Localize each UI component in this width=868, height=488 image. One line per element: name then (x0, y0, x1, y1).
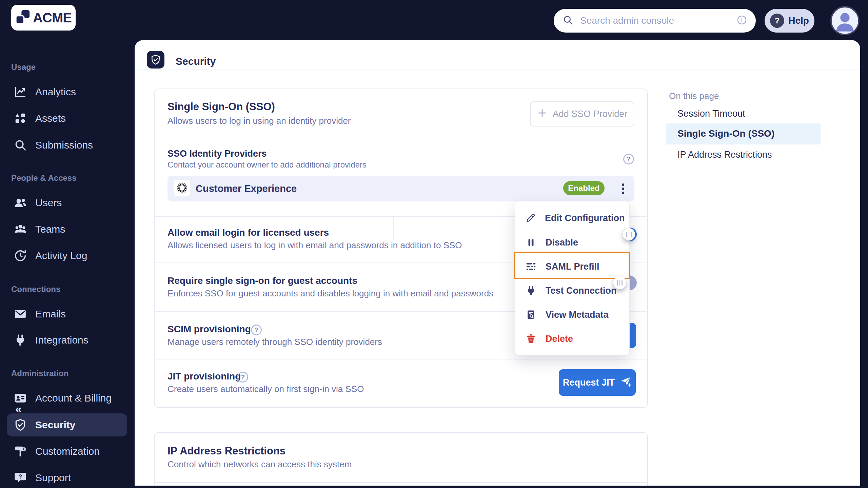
sso-card-title: Single Sign-On (SSO) (167, 101, 275, 113)
teams-icon (14, 222, 27, 236)
sidebar-item-support[interactable]: ? Support (14, 470, 71, 485)
on-this-page-heading: On this page (669, 91, 719, 101)
jit-help-icon[interactable]: ? (237, 372, 248, 383)
sidebar-item-users[interactable]: Users (14, 195, 62, 210)
sidebar-item-security[interactable]: Security (14, 417, 75, 432)
provider-status-badge: Enabled (563, 181, 605, 195)
column-divider (393, 216, 394, 240)
users-icon (14, 196, 27, 210)
menu-item-edit-configuration[interactable]: Edit Configuration (525, 211, 620, 226)
on-this-page-ip-restrictions[interactable]: IP Address Restrictions (677, 150, 772, 160)
trash-icon (525, 333, 537, 345)
activity-log-icon (14, 249, 27, 262)
submissions-search-icon (14, 138, 27, 152)
sidebar-item-emails[interactable]: Emails (14, 307, 66, 321)
saml-prefill-highlight (514, 252, 630, 279)
main-content-panel: Security Single Sign-On (SSO) Allows use… (135, 40, 860, 486)
menu-item-disable[interactable]: Disable (525, 235, 620, 250)
on-this-page-sso[interactable]: Single Sign-On (SSO) (677, 128, 774, 139)
ip-restrictions-card (154, 432, 648, 486)
sidebar-item-customization[interactable]: Customization (14, 444, 100, 459)
row-divider (154, 359, 648, 359)
search-info-icon[interactable] (737, 15, 747, 26)
providers-heading: SSO Identity Providers (167, 149, 267, 159)
sidebar-item-analytics[interactable]: Analytics (14, 84, 76, 99)
provider-logo (174, 180, 190, 196)
sidebar-item-teams[interactable]: Teams (14, 222, 65, 237)
menu-item-delete[interactable]: Delete (525, 331, 620, 346)
sidebar-item-assets[interactable]: Assets (14, 111, 66, 126)
email-icon (14, 307, 27, 321)
user-avatar[interactable] (830, 6, 860, 35)
sidebar-item-activity-log[interactable]: Activity Log (14, 248, 87, 263)
scim-help-icon[interactable]: ? (251, 325, 262, 335)
on-this-page-session-timeout[interactable]: Session Timeout (677, 109, 745, 119)
providers-subtext: Contact your account owner to add additi… (167, 160, 367, 170)
pencil-icon (525, 212, 536, 224)
sso-card-subtitle: Allows users to log in using an identity… (167, 116, 351, 126)
acme-logo[interactable]: ACME (11, 5, 76, 31)
help-button[interactable]: ? Help (765, 9, 814, 33)
header-divider (135, 70, 860, 70)
provider-kebab-menu-button[interactable] (616, 181, 630, 196)
plus-icon (537, 108, 547, 120)
setting-desc-scim: Manage users remotely through SSO identi… (167, 337, 382, 347)
file-search-icon (525, 309, 537, 320)
email-login-toggle-knob[interactable] (623, 228, 635, 240)
pause-icon (525, 237, 537, 248)
need-more-help-icon[interactable]: ? (623, 154, 634, 164)
support-chat-icon: ? (14, 471, 27, 485)
assets-icon (14, 112, 27, 125)
sidebar-section-administration: Administration (11, 369, 68, 378)
ip-card-divider (154, 482, 648, 483)
help-label: Help (788, 15, 809, 26)
setting-title-guest-sso: Require single sign-on for guest account… (167, 275, 357, 286)
provider-name: Customer Experience (196, 176, 297, 201)
setting-title-email-login: Allow email login for licensed users (167, 227, 329, 238)
sidebar-item-submissions[interactable]: Submissions (14, 138, 93, 153)
ip-card-subtitle: Control which networks can access this s… (167, 459, 352, 470)
setting-desc-guest-sso: Enforces SSO for guest accounts and disa… (167, 288, 493, 299)
paint-roller-icon (14, 445, 27, 458)
shield-check-icon (14, 418, 27, 432)
setting-desc-jit: Create users automatically on first sign… (167, 384, 364, 394)
setting-title-jit: JIT provisioning (167, 371, 241, 382)
svg-text:?: ? (19, 473, 22, 480)
page-title: Security (176, 56, 216, 67)
search-icon (563, 15, 573, 27)
person-icon (832, 7, 858, 34)
menu-item-view-metadata[interactable]: View Metadata (525, 307, 620, 322)
plug-icon (14, 333, 27, 347)
card-divider (154, 138, 648, 138)
brand-name: ACME (33, 10, 72, 25)
help-question-icon: ? (770, 14, 784, 28)
search-input[interactable] (580, 15, 730, 26)
acme-logo-icon (15, 9, 30, 26)
plug-icon (525, 285, 537, 296)
analytics-icon (14, 85, 27, 99)
send-plane-icon (620, 376, 632, 390)
ip-card-title: IP Address Restrictions (167, 445, 285, 457)
sidebar-section-people-access: People & Access (11, 173, 77, 183)
request-jit-button[interactable]: Request JIT (559, 369, 636, 396)
setting-title-scim: SCIM provisioning (167, 324, 251, 335)
admin-search[interactable] (554, 9, 756, 33)
setting-desc-email-login: Allows licensed users to log in with ema… (167, 240, 462, 251)
sidebar-item-account-billing[interactable]: Account & Billing (14, 391, 112, 406)
menu-item-test-connection[interactable]: Test Connection (525, 283, 620, 298)
guest-sso-toggle-knob[interactable] (613, 276, 626, 289)
sidebar-section-connections: Connections (11, 285, 60, 294)
sidebar-section-usage: Usage (11, 62, 36, 72)
security-page-icon (147, 51, 164, 69)
sidebar-item-integrations[interactable]: Integrations (14, 333, 88, 348)
add-sso-provider-button[interactable]: Add SSO Provider (530, 101, 634, 126)
